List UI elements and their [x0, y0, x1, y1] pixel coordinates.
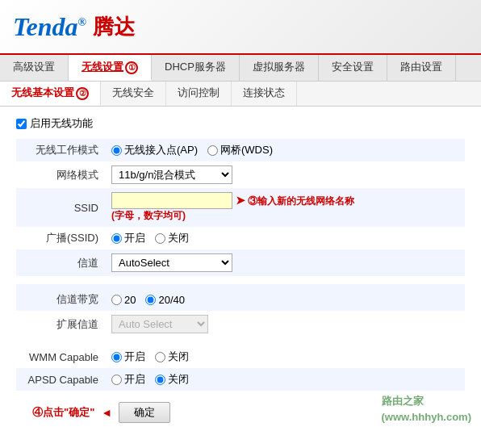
mode-ap-option[interactable]: 无线接入点(AP) — [111, 143, 198, 157]
broadcast-label: 广播(SSID) — [16, 227, 105, 249]
header: Tenda® 腾达 — [0, 0, 481, 55]
apsd-group: 开启 关闭 — [111, 372, 458, 387]
ext-channel-value: Auto Select — [105, 311, 465, 337]
apsd-on-radio[interactable] — [111, 375, 122, 385]
wmm-row: WMM Capable 开启 关闭 — [16, 345, 465, 368]
logo-chinese: 腾达 — [93, 13, 135, 41]
apsd-off-radio[interactable] — [155, 375, 165, 385]
nav-security[interactable]: 安全设置 — [319, 55, 387, 81]
broadcast-row: 广播(SSID) 开启 关闭 — [16, 227, 465, 249]
wireless-mode-row: 无线工作模式 无线接入点(AP) 网桥(WDS) — [16, 139, 465, 161]
channel-select[interactable]: AutoSelect — [111, 253, 232, 272]
nav-wireless[interactable]: 无线设置① — [69, 55, 152, 81]
network-mode-value: 11b/g/n混合模式 — [105, 161, 465, 188]
annotation-2: ② — [76, 87, 89, 100]
wmm-label: WMM Capable — [16, 345, 105, 368]
broadcast-value: 开启 关闭 — [105, 227, 465, 249]
ext-channel-row: 扩展信道 Auto Select — [16, 311, 465, 337]
broadcast-on-option[interactable]: 开启 — [111, 231, 145, 245]
broadcast-off-radio[interactable] — [155, 233, 165, 244]
annotation-1: ① — [125, 61, 138, 74]
ssid-input[interactable]: Tenda_D61DC0 — [111, 192, 232, 209]
bandwidth-20-radio[interactable] — [111, 295, 122, 305]
bandwidth-20-option[interactable]: 20 — [111, 294, 136, 306]
mode-wds-option[interactable]: 网桥(WDS) — [207, 143, 273, 157]
broadcast-on-radio[interactable] — [111, 233, 122, 244]
sub-nav: 无线基本设置② 无线安全 访问控制 连接状态 — [0, 82, 481, 107]
bandwidth-2040-option[interactable]: 20/40 — [145, 294, 185, 306]
form-table: 无线工作模式 无线接入点(AP) 网桥(WDS) 网络模式 — [16, 139, 465, 391]
bandwidth-2040-radio[interactable] — [145, 295, 156, 305]
channel-label: 信道 — [16, 249, 105, 276]
sub-nav-basic[interactable]: 无线基本设置② — [0, 82, 101, 106]
confirm-arrow: ◄ — [101, 406, 112, 419]
spacer-row-2 — [16, 337, 465, 345]
ext-channel-select[interactable]: Auto Select — [111, 315, 208, 333]
nav-route[interactable]: 路由设置 — [387, 55, 456, 81]
wireless-mode-label: 无线工作模式 — [16, 139, 105, 161]
mode-wds-radio[interactable] — [207, 145, 218, 156]
ssid-label: SSID — [16, 188, 105, 227]
content: 启用无线功能 无线工作模式 无线接入点(AP) 网桥(WDS) — [0, 107, 481, 433]
ext-channel-label: 扩展信道 — [16, 311, 105, 337]
wmm-on-option[interactable]: 开启 — [111, 350, 145, 364]
logo-tenda: Tenda® — [13, 12, 86, 42]
bandwidth-value: 20 20/40 — [105, 284, 465, 311]
enable-row: 启用无线功能 — [16, 116, 465, 131]
bandwidth-label: 信道带宽 — [16, 284, 105, 311]
confirm-button[interactable]: 确定 — [119, 402, 170, 423]
sub-nav-status[interactable]: 连接状态 — [232, 82, 297, 106]
wireless-mode-value: 无线接入点(AP) 网桥(WDS) — [105, 139, 465, 161]
apsd-on-option[interactable]: 开启 — [111, 372, 145, 387]
apsd-label: APSD Capable — [16, 368, 105, 391]
nav-virtual[interactable]: 虚拟服务器 — [240, 55, 319, 81]
spacer-row — [16, 276, 465, 284]
nav-advanced[interactable]: 高级设置 — [0, 55, 69, 81]
watermark: 路由之家 (www.hhhyh.com) — [382, 393, 471, 425]
channel-row: 信道 AutoSelect — [16, 249, 465, 276]
main-nav: 高级设置 无线设置① DHCP服务器 虚拟服务器 安全设置 路由设置 — [0, 55, 481, 82]
network-mode-select[interactable]: 11b/g/n混合模式 — [111, 165, 232, 184]
apsd-row: APSD Capable 开启 关闭 — [16, 368, 465, 391]
ssid-row: SSID Tenda_D61DC0 ➤ ③输入新的无线网络名称 (字母，数字均可… — [16, 188, 465, 227]
wmm-value: 开启 关闭 — [105, 345, 465, 368]
confirm-note: ④点击"确定" — [32, 405, 94, 420]
nav-dhcp[interactable]: DHCP服务器 — [152, 55, 240, 81]
wmm-off-option[interactable]: 关闭 — [155, 350, 189, 364]
sub-nav-access[interactable]: 访问控制 — [166, 82, 232, 106]
bandwidth-group: 20 20/40 — [111, 294, 458, 306]
bandwidth-row: 信道带宽 20 20/40 — [16, 284, 465, 311]
wmm-group: 开启 关闭 — [111, 350, 458, 364]
enable-wifi-checkbox[interactable] — [16, 119, 27, 129]
wmm-on-radio[interactable] — [111, 352, 122, 362]
mode-ap-radio[interactable] — [111, 145, 122, 156]
wireless-mode-group: 无线接入点(AP) 网桥(WDS) — [111, 143, 458, 157]
apsd-value: 开启 关闭 — [105, 368, 465, 391]
broadcast-group: 开启 关闭 — [111, 231, 458, 245]
sub-nav-security[interactable]: 无线安全 — [101, 82, 166, 106]
ssid-arrow: ➤ — [236, 194, 245, 207]
network-mode-row: 网络模式 11b/g/n混合模式 — [16, 161, 465, 188]
broadcast-off-option[interactable]: 关闭 — [155, 231, 189, 245]
ssid-value: Tenda_D61DC0 ➤ ③输入新的无线网络名称 (字母，数字均可) — [105, 188, 465, 227]
channel-value: AutoSelect — [105, 249, 465, 276]
apsd-off-option[interactable]: 关闭 — [155, 372, 189, 387]
network-mode-label: 网络模式 — [16, 161, 105, 188]
enable-wifi-label[interactable]: 启用无线功能 — [30, 116, 93, 131]
wmm-off-radio[interactable] — [155, 352, 165, 362]
